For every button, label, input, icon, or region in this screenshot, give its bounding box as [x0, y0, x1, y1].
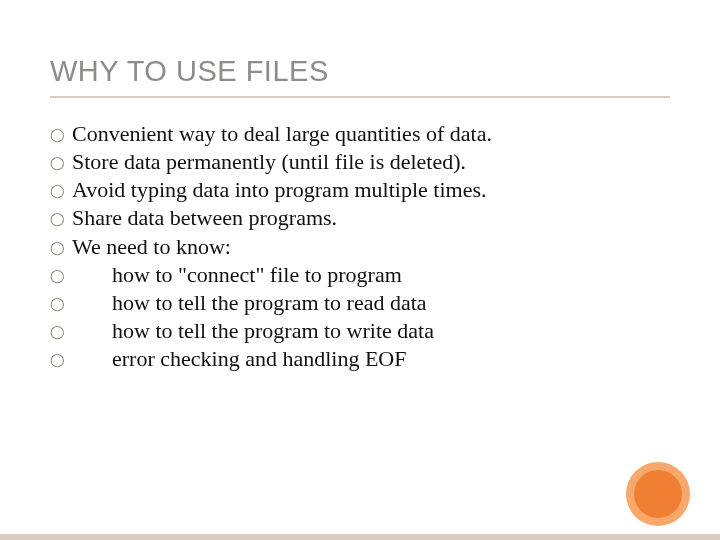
slide-title: WHY TO USE FILES [50, 55, 670, 88]
list-item: ◯ error checking and handling EOF [50, 345, 670, 373]
list-item: ◯ Convenient way to deal large quantitie… [50, 120, 670, 148]
bullet-icon: ◯ [50, 183, 65, 200]
decorative-circle-inner [634, 470, 682, 518]
bullet-icon: ◯ [50, 296, 65, 313]
list-item: ◯ We need to know: [50, 233, 670, 261]
list-item: ◯ Store data permanently (until file is … [50, 148, 670, 176]
list-item-text: error checking and handling EOF [72, 345, 406, 373]
bullet-icon: ◯ [50, 268, 65, 285]
slide: WHY TO USE FILES ◯ Convenient way to dea… [0, 0, 720, 540]
bullet-icon: ◯ [50, 324, 65, 341]
list-item-text: Share data between programs. [72, 204, 337, 232]
bullet-list: ◯ Convenient way to deal large quantitie… [50, 120, 670, 373]
bullet-icon: ◯ [50, 127, 65, 144]
footer-band [0, 534, 720, 540]
bullet-icon: ◯ [50, 352, 65, 369]
list-item: ◯ how to tell the program to write data [50, 317, 670, 345]
list-item-text: Convenient way to deal large quantities … [72, 120, 492, 148]
bullet-icon: ◯ [50, 240, 65, 257]
list-item: ◯ how to "connect" file to program [50, 261, 670, 289]
list-item-text: Store data permanently (until file is de… [72, 148, 466, 176]
list-item-text: how to tell the program to read data [72, 289, 427, 317]
title-underline [50, 96, 670, 98]
list-item: ◯ how to tell the program to read data [50, 289, 670, 317]
list-item-text: how to tell the program to write data [72, 317, 434, 345]
bullet-icon: ◯ [50, 155, 65, 172]
list-item: ◯ Share data between programs. [50, 204, 670, 232]
list-item-text: We need to know: [72, 233, 231, 261]
list-item-text: how to "connect" file to program [72, 261, 402, 289]
bullet-icon: ◯ [50, 211, 65, 228]
list-item-text: Avoid typing data into program multiple … [72, 176, 486, 204]
list-item: ◯ Avoid typing data into program multipl… [50, 176, 670, 204]
